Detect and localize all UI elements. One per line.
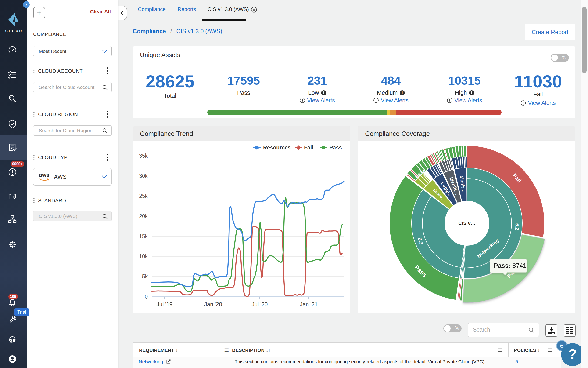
svg-text:Resources: Resources	[263, 145, 291, 151]
svg-text:0: 0	[145, 294, 148, 300]
svg-text:Jul '20: Jul '20	[252, 301, 268, 307]
svg-text:5k: 5k	[142, 274, 148, 280]
svg-text:10k: 10k	[139, 253, 148, 259]
svg-text:15k: 15k	[139, 233, 148, 239]
svg-text:CIS v…: CIS v…	[458, 220, 476, 226]
svg-text:Jul '19: Jul '19	[157, 301, 173, 307]
svg-text:20k: 20k	[139, 213, 148, 219]
svg-text:Jan '21: Jan '21	[300, 301, 318, 307]
svg-text:Jan '20: Jan '20	[204, 301, 222, 307]
svg-text:5.2: 5.2	[514, 223, 520, 230]
svg-text:25k: 25k	[139, 193, 148, 199]
svg-text:Pass: Pass	[329, 145, 342, 151]
svg-text:30k: 30k	[139, 173, 148, 179]
svg-text:Pass: 8741: Pass: 8741	[494, 262, 527, 269]
svg-text:Fail: Fail	[304, 145, 313, 151]
svg-text:35k: 35k	[139, 153, 148, 159]
